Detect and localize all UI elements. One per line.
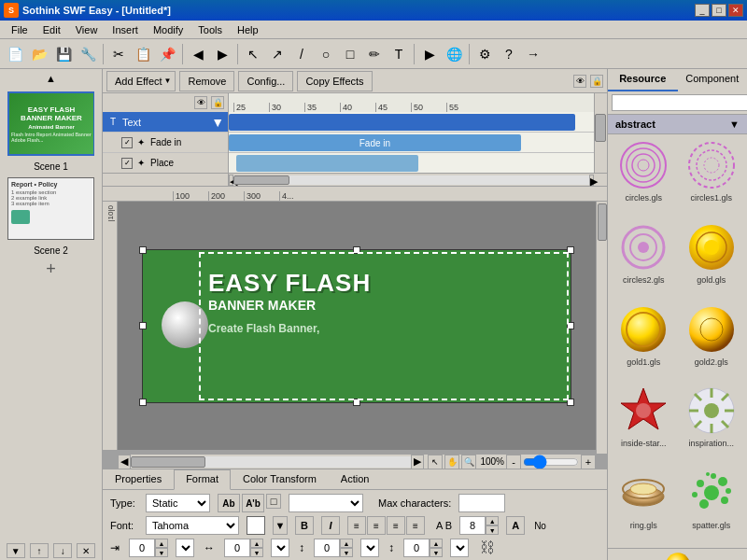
select-tool[interactable]: ↖: [242, 43, 264, 65]
tab-action[interactable]: Action: [329, 469, 382, 489]
max-chars-input[interactable]: [458, 494, 505, 512]
menu-tools[interactable]: Tools: [190, 22, 230, 37]
oval-tool[interactable]: ○: [315, 43, 337, 65]
canvas-hscroll-track[interactable]: [131, 456, 411, 468]
line-unit[interactable]: pt: [450, 539, 469, 557]
hscroll-bar[interactable]: [233, 175, 589, 185]
align-justify-btn[interactable]: ≡: [406, 516, 425, 535]
timeline-scroll-thumb[interactable]: [595, 114, 606, 142]
nav-zoom-btn[interactable]: 🔍: [461, 455, 476, 469]
indent-unit[interactable]: pt: [176, 539, 194, 557]
undo-button[interactable]: ◀: [187, 43, 209, 65]
resource-inspiration[interactable]: inspiration...: [680, 384, 744, 462]
align-center-btn[interactable]: ≡: [367, 516, 386, 535]
help-button[interactable]: ?: [498, 43, 520, 65]
tab-color-transform[interactable]: Color Transform: [231, 469, 329, 489]
tab-resource[interactable]: Resource: [608, 69, 678, 91]
copy-effects-button[interactable]: Copy Effects: [297, 71, 372, 91]
menu-file[interactable]: File: [4, 22, 35, 37]
cut-button[interactable]: ✂: [107, 43, 130, 65]
scene-up-button[interactable]: ↑: [30, 543, 49, 558]
extra-button[interactable]: →: [522, 43, 544, 65]
spacing-up[interactable]: ▲: [250, 539, 263, 548]
timeline-ctrl-lock[interactable]: 🔒: [211, 96, 224, 109]
canvas-stage[interactable]: EASY FLASH BANNER MAKER Create Flash Ban…: [142, 249, 571, 403]
italic-button[interactable]: I: [321, 516, 340, 535]
copy-button[interactable]: 📋: [132, 43, 154, 65]
canvas-hscroll-thumb[interactable]: [131, 456, 205, 468]
handle-tm[interactable]: [353, 246, 360, 254]
margin-input[interactable]: [314, 539, 340, 557]
settings-button[interactable]: ⚙: [473, 43, 496, 65]
scene-collapse-button[interactable]: ▲: [42, 69, 61, 88]
canvas-container[interactable]: EASY FLASH BANNER MAKER Create Flash Ban…: [118, 202, 596, 450]
line-tool[interactable]: /: [290, 43, 313, 65]
play-button[interactable]: ▶: [418, 43, 441, 65]
margin-down[interactable]: ▼: [340, 548, 353, 557]
handle-tr[interactable]: [567, 246, 574, 254]
menu-view[interactable]: View: [68, 22, 106, 37]
tab-format[interactable]: Format: [174, 469, 231, 490]
preview-button[interactable]: 🌐: [443, 43, 465, 65]
resource-inside-star[interactable]: inside-star...: [612, 384, 676, 462]
open-button[interactable]: 📂: [28, 43, 50, 65]
publish-button[interactable]: 🔧: [77, 43, 99, 65]
margin-up[interactable]: ▲: [340, 539, 353, 548]
font-color-picker[interactable]: [247, 516, 265, 535]
timeline-eye-icon[interactable]: 👁: [573, 75, 586, 88]
menu-modify[interactable]: Modify: [146, 22, 190, 37]
timeline-ctrl-eye[interactable]: 👁: [194, 96, 207, 109]
spacing-down[interactable]: ▼: [250, 548, 263, 557]
handle-bm[interactable]: [353, 399, 360, 406]
resource-gold[interactable]: gold.gls: [680, 220, 744, 299]
layer-fadein[interactable]: ✓ ✦ Fade in: [103, 133, 228, 153]
remove-effect-button[interactable]: Remove: [179, 71, 234, 91]
title-bar-controls[interactable]: _ □ ✕: [695, 4, 743, 17]
menu-edit[interactable]: Edit: [35, 22, 68, 37]
format-checkbox[interactable]: □: [266, 494, 281, 509]
fadein-check[interactable]: ✓: [121, 137, 133, 148]
font-size-up[interactable]: ▲: [486, 516, 499, 525]
close-button[interactable]: ✕: [728, 4, 743, 17]
spacing-unit[interactable]: pt: [271, 539, 289, 557]
resource-circles[interactable]: circles.gls: [612, 138, 676, 217]
canvas-scrollbar-v[interactable]: [596, 202, 607, 454]
config-button[interactable]: Config...: [238, 71, 293, 91]
nav-hand-btn[interactable]: ✋: [444, 455, 459, 469]
handle-br[interactable]: [567, 399, 574, 406]
fadein-frame-bar[interactable]: Fade in: [229, 134, 521, 151]
indent-up[interactable]: ▲: [155, 539, 168, 548]
type-select[interactable]: Static Dynamic Input: [146, 494, 210, 512]
layer-place[interactable]: ✓ ✦ Place: [103, 153, 228, 173]
format-ab-btn[interactable]: Ab: [218, 494, 240, 512]
zoom-slider[interactable]: [523, 458, 579, 466]
timeline-lock-icon[interactable]: 🔒: [590, 75, 603, 88]
resource-ring[interactable]: ring.gls: [612, 466, 676, 544]
new-button[interactable]: 📄: [4, 43, 26, 65]
line-input[interactable]: [403, 539, 430, 557]
rect-tool[interactable]: □: [339, 43, 361, 65]
minimize-button[interactable]: _: [695, 4, 710, 17]
bold-button[interactable]: B: [295, 516, 314, 535]
format-ab2-btn[interactable]: A'b: [242, 494, 264, 512]
layer-expand-icon[interactable]: ▼: [211, 115, 224, 130]
menu-insert[interactable]: Insert: [105, 22, 146, 37]
handle-bl[interactable]: [139, 399, 147, 406]
zoom-in-btn[interactable]: +: [581, 455, 596, 469]
zoom-out-btn[interactable]: -: [506, 455, 521, 469]
place-frame-bar[interactable]: [236, 155, 419, 172]
add-scene-button[interactable]: +: [0, 258, 102, 280]
canvas-hscroll-right[interactable]: ▶: [411, 455, 424, 469]
handle-tl[interactable]: [139, 246, 147, 254]
scene-down-button[interactable]: ↓: [53, 543, 72, 558]
tab-properties[interactable]: Properties: [103, 469, 174, 489]
redo-button[interactable]: ▶: [211, 43, 233, 65]
format-select[interactable]: [289, 494, 363, 512]
font-color-btn[interactable]: ▼: [273, 516, 288, 535]
timeline-hscroll-track[interactable]: ◀ ▶: [229, 174, 594, 186]
resource-gold2[interactable]: gold2.gls: [680, 302, 744, 381]
resource-category[interactable]: abstract ▼: [608, 115, 747, 134]
resource-search-input[interactable]: [612, 94, 747, 111]
resource-gold1[interactable]: gold1.gls: [612, 302, 676, 381]
canvas-vscroll-thumb[interactable]: [598, 203, 607, 241]
